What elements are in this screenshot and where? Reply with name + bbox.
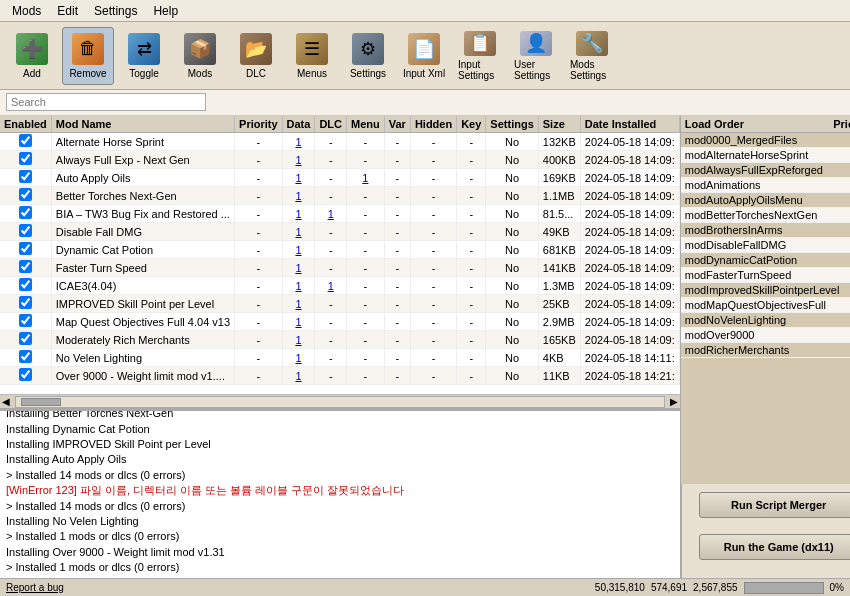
td-menu-2[interactable]: 1: [347, 169, 385, 187]
toolbar-usersettings-button[interactable]: 👤 User Settings: [510, 27, 562, 85]
mod-checkbox-12[interactable]: [19, 350, 32, 363]
table-row[interactable]: Disable Fall DMG - 1 - - - - - No 49KB 2…: [0, 223, 679, 241]
mod-checkbox-5[interactable]: [19, 224, 32, 237]
th-name[interactable]: Mod Name: [51, 116, 234, 133]
td-data-2[interactable]: 1: [282, 169, 315, 187]
th-priority[interactable]: Priority: [235, 116, 283, 133]
script-merger-button[interactable]: Run Script Merger: [699, 492, 850, 518]
table-row[interactable]: IMPROVED Skill Point per Level - 1 - - -…: [0, 295, 679, 313]
table-row[interactable]: No Velen Lighting - 1 - - - - - No 4KB 2…: [0, 349, 679, 367]
table-row[interactable]: Over 9000 - Weight limit mod v1.... - 1 …: [0, 367, 679, 385]
mod-checkbox-0[interactable]: [19, 134, 32, 147]
th-hidden[interactable]: Hidden: [410, 116, 456, 133]
td-data-9[interactable]: 1: [282, 295, 315, 313]
load-order-item[interactable]: modMapQuestObjectivesFull: [681, 298, 850, 313]
td-data-3[interactable]: 1: [282, 187, 315, 205]
mod-checkbox-8[interactable]: [19, 278, 32, 291]
td-data-6[interactable]: 1: [282, 241, 315, 259]
toolbar-settings-button[interactable]: ⚙ Settings: [342, 27, 394, 85]
td-data-1[interactable]: 1: [282, 151, 315, 169]
td-data-5[interactable]: 1: [282, 223, 315, 241]
menu-edit[interactable]: Edit: [49, 2, 86, 20]
th-menu[interactable]: Menu: [347, 116, 385, 133]
toolbar-modssettings-button[interactable]: 🔧 Mods Settings: [566, 27, 618, 85]
mod-checkbox-1[interactable]: [19, 152, 32, 165]
toolbar-inputxml-button[interactable]: 📄 Input Xml: [398, 27, 450, 85]
lo-header-name[interactable]: Load Order: [685, 118, 827, 130]
th-key[interactable]: Key: [457, 116, 486, 133]
load-order-item[interactable]: modImprovedSkillPointperLevel: [681, 283, 850, 298]
td-data-12[interactable]: 1: [282, 349, 315, 367]
td-data-11[interactable]: 1: [282, 331, 315, 349]
mod-checkbox-6[interactable]: [19, 242, 32, 255]
td-dlc-4[interactable]: 1: [315, 205, 347, 223]
table-row[interactable]: Faster Turn Speed - 1 - - - - - No 141KB…: [0, 259, 679, 277]
table-row[interactable]: Map Quest Objectives Full 4.04 v13 - 1 -…: [0, 313, 679, 331]
td-data-7[interactable]: 1: [282, 259, 315, 277]
toolbar-dlc-button[interactable]: 📂 DLC: [230, 27, 282, 85]
th-data[interactable]: Data: [282, 116, 315, 133]
th-settings[interactable]: Settings: [486, 116, 538, 133]
run-game-button[interactable]: Run the Game (dx11): [699, 534, 850, 560]
search-input[interactable]: [6, 93, 206, 111]
load-order-item[interactable]: modFasterTurnSpeed: [681, 268, 850, 283]
load-order-item[interactable]: modAutoApplyOilsMenu: [681, 193, 850, 208]
mod-checkbox-3[interactable]: [19, 188, 32, 201]
load-order-item[interactable]: modOver9000: [681, 328, 850, 343]
load-order-item[interactable]: modAlternateHorseSprint: [681, 148, 850, 163]
td-data-8[interactable]: 1: [282, 277, 315, 295]
load-order-item[interactable]: modNoVelenLighting: [681, 313, 850, 328]
td-data-10[interactable]: 1: [282, 313, 315, 331]
load-order-item[interactable]: modDisableFallDMG: [681, 238, 850, 253]
th-date[interactable]: Date Installed: [580, 116, 679, 133]
table-row[interactable]: Alternate Horse Sprint - 1 - - - - - No …: [0, 133, 679, 151]
load-order-item[interactable]: modDynamicCatPotion: [681, 253, 850, 268]
toolbar-inputsettings-button[interactable]: 📋 Input Settings: [454, 27, 506, 85]
mod-checkbox-7[interactable]: [19, 260, 32, 273]
h-scroll-area[interactable]: ◀ ▶: [0, 394, 680, 408]
load-order-item[interactable]: modRicherMerchants: [681, 343, 850, 358]
table-row[interactable]: Moderately Rich Merchants - 1 - - - - - …: [0, 331, 679, 349]
load-order-list[interactable]: mod0000_MergedFilesmodAlternateHorseSpri…: [681, 133, 850, 484]
menu-help[interactable]: Help: [145, 2, 186, 20]
report-bug-link[interactable]: Report a bug: [6, 582, 64, 593]
th-enabled[interactable]: Enabled: [0, 116, 51, 133]
load-order-item[interactable]: mod0000_MergedFiles: [681, 133, 850, 148]
h-scroll-track[interactable]: [15, 396, 665, 408]
td-data-0[interactable]: 1: [282, 133, 315, 151]
toolbar-add-button[interactable]: ➕ Add: [6, 27, 58, 85]
h-scroll-right[interactable]: ▶: [668, 396, 680, 407]
th-var[interactable]: Var: [384, 116, 410, 133]
load-order-item[interactable]: modAlwaysFullExpReforged: [681, 163, 850, 178]
table-row[interactable]: Auto Apply Oils - 1 - 1 - - - No 169KB 2…: [0, 169, 679, 187]
h-scroll-thumb[interactable]: [21, 398, 61, 406]
th-dlc[interactable]: DLC: [315, 116, 347, 133]
load-order-item[interactable]: modBetterTorchesNextGen: [681, 208, 850, 223]
td-data-4[interactable]: 1: [282, 205, 315, 223]
load-order-item[interactable]: modAnimations: [681, 178, 850, 193]
mod-checkbox-10[interactable]: [19, 314, 32, 327]
toolbar-menus-button[interactable]: ☰ Menus: [286, 27, 338, 85]
mod-checkbox-9[interactable]: [19, 296, 32, 309]
menu-mods[interactable]: Mods: [4, 2, 49, 20]
menu-settings[interactable]: Settings: [86, 2, 145, 20]
load-order-item[interactable]: modBrothersInArms: [681, 223, 850, 238]
mod-table-wrapper[interactable]: Enabled Mod Name Priority Data DLC Menu …: [0, 116, 680, 394]
table-row[interactable]: Dynamic Cat Potion - 1 - - - - - No 681K…: [0, 241, 679, 259]
td-data-13[interactable]: 1: [282, 367, 315, 385]
mod-checkbox-11[interactable]: [19, 332, 32, 345]
h-scroll-left[interactable]: ◀: [0, 396, 12, 407]
mod-checkbox-4[interactable]: [19, 206, 32, 219]
mod-checkbox-13[interactable]: [19, 368, 32, 381]
th-size[interactable]: Size: [538, 116, 580, 133]
td-dlc-8[interactable]: 1: [315, 277, 347, 295]
log-content[interactable]: Installing ICAE3(4.04)Installing BIA – T…: [0, 411, 680, 578]
table-row[interactable]: ICAE3(4.04) - 1 1 - - - - No 1.3MB 2024-…: [0, 277, 679, 295]
table-row[interactable]: Always Full Exp - Next Gen - 1 - - - - -…: [0, 151, 679, 169]
lo-header-priority[interactable]: Priority: [827, 118, 850, 130]
table-row[interactable]: Better Torches Next-Gen - 1 - - - - - No…: [0, 187, 679, 205]
mod-checkbox-2[interactable]: [19, 170, 32, 183]
toolbar-remove-button[interactable]: 🗑 Remove: [62, 27, 114, 85]
table-row[interactable]: BIA – TW3 Bug Fix and Restored ... - 1 1…: [0, 205, 679, 223]
toolbar-mods-button[interactable]: 📦 Mods: [174, 27, 226, 85]
